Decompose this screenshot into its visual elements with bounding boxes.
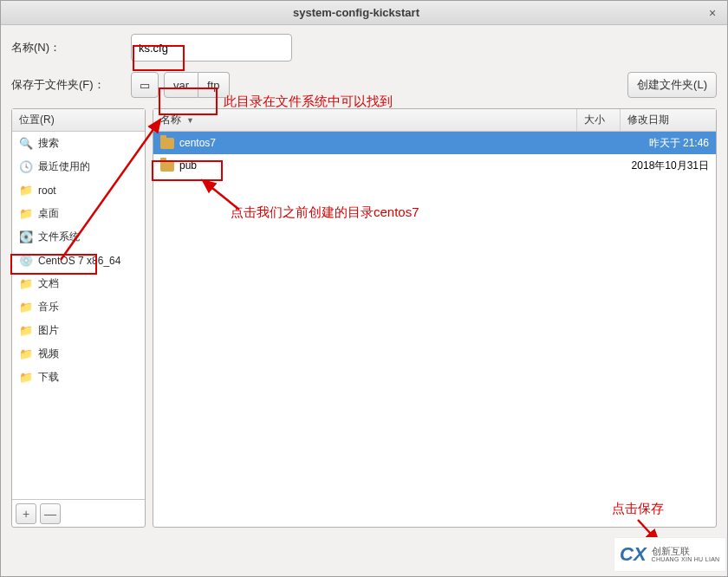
path-seg-var[interactable]: var — [164, 72, 198, 98]
sidebar-item[interactable]: 📁音乐 — [12, 295, 145, 319]
recent-icon: 🕓 — [19, 160, 33, 174]
docs-icon: 📁 — [19, 277, 33, 291]
places-header: 位置(R) — [12, 109, 145, 132]
sidebar-item-label: 文件系统 — [38, 230, 80, 244]
col-size[interactable]: 大小 — [577, 109, 621, 131]
remove-place-button[interactable]: — — [40, 503, 61, 524]
folder-icon: 📁 — [19, 184, 33, 198]
folder-row: 保存于文件夹(F)： ▭ var ftp 创建文件夹(L) — [11, 72, 717, 98]
window-title: system-config-kickstart — [8, 6, 705, 19]
name-input-wrap — [131, 34, 717, 62]
file-name: centos7 — [179, 137, 216, 149]
search-icon: 🔍 — [19, 137, 33, 151]
title-bar: system-config-kickstart × — [1, 1, 727, 25]
file-list: centos7昨天于 21:46pub2018年10月31日 — [153, 132, 716, 527]
add-place-button[interactable]: + — [16, 503, 36, 524]
desktop-icon: 📁 — [19, 207, 33, 221]
dialog-window: system-config-kickstart × 名称(N)： 保存于文件夹(… — [0, 0, 728, 577]
logo-mark: CX — [620, 543, 647, 566]
watermark-logo: CX 创新互联 CHUANG XIN HU LIAN — [614, 537, 726, 572]
folder-icon — [160, 160, 174, 172]
panes: 位置(R) 🔍搜索🕓最近使用的📁root📁桌面💽文件系统💿CentOS 7 x8… — [11, 108, 717, 528]
sidebar-item[interactable]: 📁图片 — [12, 319, 145, 342]
download-icon: 📁 — [19, 371, 33, 385]
sort-indicator-icon: ▼ — [186, 116, 194, 125]
places-footer: + — — [12, 499, 145, 527]
name-label: 名称(N)： — [11, 40, 124, 55]
sidebar-item-label: CentOS 7 x86_64 — [38, 255, 120, 267]
sidebar-item-label: 下载 — [38, 370, 59, 385]
sidebar-item-label: root — [38, 185, 56, 197]
sidebar-item-label: 视频 — [38, 347, 59, 361]
col-date[interactable]: 修改日期 — [621, 109, 716, 131]
sidebar-item[interactable]: 📁桌面 — [12, 202, 145, 225]
file-row[interactable]: centos7昨天于 21:46 — [153, 132, 716, 154]
sidebar-item-label: 音乐 — [38, 300, 59, 314]
video-icon: 📁 — [19, 347, 33, 361]
file-row[interactable]: pub2018年10月31日 — [153, 154, 716, 177]
sidebar-item[interactable]: 🕓最近使用的 — [12, 155, 145, 178]
dialog-body: 名称(N)： 保存于文件夹(F)： ▭ var ftp 创建文件夹(L) — [1, 25, 727, 536]
places-sidebar: 位置(R) 🔍搜索🕓最近使用的📁root📁桌面💽文件系统💿CentOS 7 x8… — [11, 108, 146, 528]
filename-input[interactable] — [131, 34, 292, 62]
file-name: pub — [179, 159, 197, 172]
pictures-icon: 📁 — [19, 324, 33, 338]
sidebar-item[interactable]: 📁文档 — [12, 272, 145, 295]
logo-text: 创新互联 CHUANG XIN HU LIAN — [652, 546, 720, 563]
sidebar-item-label: 最近使用的 — [38, 159, 90, 174]
path-segments: var ftp — [164, 72, 230, 98]
close-icon[interactable]: × — [705, 6, 720, 20]
music-icon: 📁 — [19, 301, 33, 314]
path-root-button[interactable]: ▭ — [131, 72, 159, 98]
sidebar-item-label: 搜索 — [38, 136, 59, 151]
sidebar-item-label: 图片 — [38, 323, 59, 338]
column-headers: 名称▼ 大小 修改日期 — [153, 109, 716, 132]
drive-icon: ▭ — [140, 79, 150, 92]
create-folder-button[interactable]: 创建文件夹(L) — [627, 72, 717, 98]
disc-icon: 💿 — [19, 254, 33, 268]
sidebar-item[interactable]: 💿CentOS 7 x86_64 — [12, 249, 145, 272]
file-date: 2018年10月31日 — [621, 159, 716, 173]
filesystem-icon: 💽 — [19, 230, 33, 244]
sidebar-item-label: 桌面 — [38, 206, 59, 221]
sidebar-item-label: 文档 — [38, 276, 59, 291]
path-seg-ftp[interactable]: ftp — [198, 72, 229, 98]
sidebar-item[interactable]: 📁root — [12, 178, 145, 202]
sidebar-item[interactable]: 💽文件系统 — [12, 225, 145, 249]
sidebar-item[interactable]: 📁视频 — [12, 342, 145, 366]
name-row: 名称(N)： — [11, 34, 717, 62]
col-name[interactable]: 名称▼ — [153, 109, 577, 131]
sidebar-item[interactable]: 📁下载 — [12, 366, 145, 389]
folder-icon — [160, 138, 174, 149]
sidebar-item[interactable]: 🔍搜索 — [12, 132, 145, 155]
places-list: 🔍搜索🕓最近使用的📁root📁桌面💽文件系统💿CentOS 7 x86_64📁文… — [12, 132, 145, 499]
file-pane: 名称▼ 大小 修改日期 centos7昨天于 21:46pub2018年10月3… — [153, 108, 717, 528]
file-date: 昨天于 21:46 — [621, 136, 716, 151]
path-row: ▭ var ftp 创建文件夹(L) — [131, 72, 717, 98]
folder-label: 保存于文件夹(F)： — [11, 77, 124, 93]
